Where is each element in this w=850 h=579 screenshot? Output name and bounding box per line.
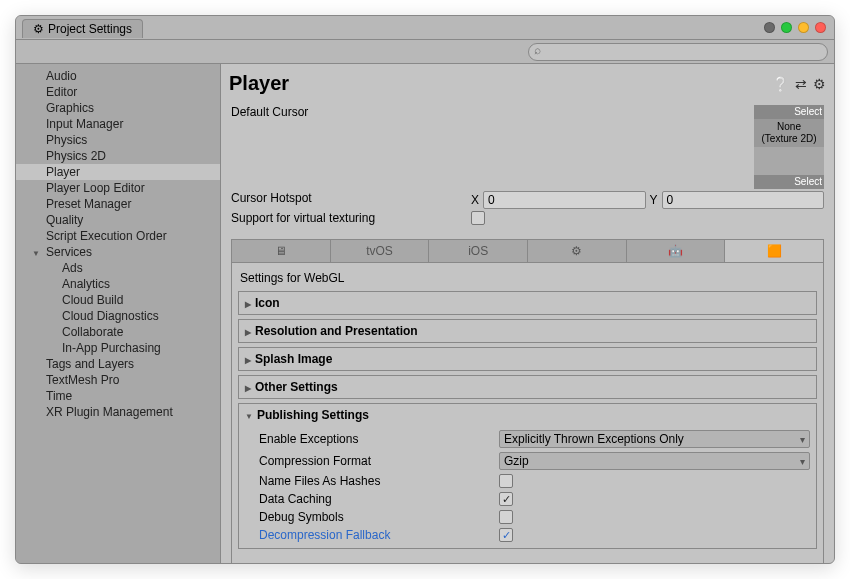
hotspot-x-label: X xyxy=(471,193,479,207)
platform-tab-tvos[interactable]: tvOS xyxy=(331,240,430,262)
searchbar xyxy=(16,40,834,64)
default-cursor-label: Default Cursor xyxy=(231,105,471,119)
panel-publishing: Publishing Settings Enable Exceptions Ex… xyxy=(238,403,817,549)
hotspot-y-label: Y xyxy=(650,193,658,207)
minimize-dot[interactable] xyxy=(798,22,809,33)
cursor-texture-area xyxy=(754,147,824,175)
virtual-texturing-checkbox[interactable] xyxy=(471,211,485,225)
sidebar-item-cloud-build[interactable]: Cloud Build xyxy=(16,292,220,308)
chevron-right-icon xyxy=(245,352,251,366)
maximize-dot[interactable] xyxy=(781,22,792,33)
platform-tabs: 🖥 tvOS iOS ⚙ 🤖 🟧 xyxy=(231,239,824,263)
sidebar-item-preset-manager[interactable]: Preset Manager xyxy=(16,196,220,212)
sidebar-item-quality[interactable]: Quality xyxy=(16,212,220,228)
sidebar-item-xr-plugin-management[interactable]: XR Plugin Management xyxy=(16,404,220,420)
cursor-select-bottom[interactable]: Select xyxy=(754,175,824,189)
misc-icon: ⚙ xyxy=(571,244,582,258)
hotspot-y-input[interactable] xyxy=(662,191,824,209)
sidebar-item-input-manager[interactable]: Input Manager xyxy=(16,116,220,132)
panel-other[interactable]: Other Settings xyxy=(238,375,817,399)
gear-icon: ⚙ xyxy=(33,22,44,36)
sidebar-item-time[interactable]: Time xyxy=(16,388,220,404)
data-caching-label: Data Caching xyxy=(259,492,499,506)
cursor-hotspot-label: Cursor Hotspot xyxy=(231,191,471,205)
virtual-texturing-label: Support for virtual texturing xyxy=(231,211,471,225)
data-caching-checkbox[interactable]: ✓ xyxy=(499,492,513,506)
name-files-as-hashes-label: Name Files As Hashes xyxy=(259,474,499,488)
chevron-right-icon xyxy=(245,380,251,394)
sidebar-item-physics[interactable]: Physics xyxy=(16,132,220,148)
platform-tab-standalone[interactable]: 🖥 xyxy=(232,240,331,262)
hotspot-x-input[interactable] xyxy=(483,191,645,209)
sidebar-item-player[interactable]: Player xyxy=(16,164,220,180)
help-icon[interactable]: ❔ xyxy=(772,76,789,92)
options-dot[interactable] xyxy=(764,22,775,33)
compression-format-label: Compression Format xyxy=(259,454,499,468)
sidebar-item-analytics[interactable]: Analytics xyxy=(16,276,220,292)
sidebar-item-services[interactable]: Services xyxy=(16,244,220,260)
platform-tab-misc[interactable]: ⚙ xyxy=(528,240,627,262)
enable-exceptions-dropdown[interactable]: Explicitly Thrown Exceptions Only xyxy=(499,430,810,448)
sidebar-item-physics-2d[interactable]: Physics 2D xyxy=(16,148,220,164)
cursor-select-top[interactable]: Select xyxy=(754,105,824,119)
name-files-as-hashes-checkbox[interactable] xyxy=(499,474,513,488)
sidebar-item-textmesh-pro[interactable]: TextMesh Pro xyxy=(16,372,220,388)
window-tab[interactable]: ⚙ Project Settings xyxy=(22,19,143,38)
platform-tab-ios[interactable]: iOS xyxy=(429,240,528,262)
html5-icon: 🟧 xyxy=(767,244,782,258)
chevron-down-icon xyxy=(245,408,253,422)
titlebar: ⚙ Project Settings xyxy=(16,16,834,40)
android-icon: 🤖 xyxy=(668,244,683,258)
main-panel: Player ❔ ⇄ ⚙ Default Cursor Select None(… xyxy=(221,64,834,563)
chevron-right-icon xyxy=(245,324,251,338)
gear-icon[interactable]: ⚙ xyxy=(813,76,826,92)
panel-icon[interactable]: Icon xyxy=(238,291,817,315)
monitor-icon: 🖥 xyxy=(275,244,287,258)
sidebar-item-collaborate[interactable]: Collaborate xyxy=(16,324,220,340)
compression-format-dropdown[interactable]: Gzip xyxy=(499,452,810,470)
project-settings-window: ⚙ Project Settings Audio Editor Graphics… xyxy=(15,15,835,564)
traffic-lights xyxy=(764,22,826,33)
debug-symbols-checkbox[interactable] xyxy=(499,510,513,524)
decompression-fallback-label: Decompression Fallback xyxy=(259,528,499,542)
sidebar-item-tags-and-layers[interactable]: Tags and Layers xyxy=(16,356,220,372)
sidebar-item-script-execution-order[interactable]: Script Execution Order xyxy=(16,228,220,244)
cursor-none-text: None(Texture 2D) xyxy=(754,119,824,147)
sidebar-item-audio[interactable]: Audio xyxy=(16,68,220,84)
decompression-fallback-checkbox[interactable]: ✓ xyxy=(499,528,513,542)
close-dot[interactable] xyxy=(815,22,826,33)
settings-for-label: Settings for WebGL xyxy=(238,267,817,291)
sidebar-item-editor[interactable]: Editor xyxy=(16,84,220,100)
sidebar-item-player-loop-editor[interactable]: Player Loop Editor xyxy=(16,180,220,196)
sidebar-item-ads[interactable]: Ads xyxy=(16,260,220,276)
search-input[interactable] xyxy=(528,43,828,61)
enable-exceptions-label: Enable Exceptions xyxy=(259,432,499,446)
panel-publishing-header[interactable]: Publishing Settings xyxy=(245,408,810,422)
window-title: Project Settings xyxy=(48,22,132,36)
presets-icon[interactable]: ⇄ xyxy=(795,76,807,92)
chevron-right-icon xyxy=(245,296,251,310)
debug-symbols-label: Debug Symbols xyxy=(259,510,499,524)
sidebar-item-in-app-purchasing[interactable]: In-App Purchasing xyxy=(16,340,220,356)
panel-resolution[interactable]: Resolution and Presentation xyxy=(238,319,817,343)
platform-tab-webgl[interactable]: 🟧 xyxy=(725,240,823,262)
default-cursor-picker[interactable]: Select None(Texture 2D) Select xyxy=(754,105,824,189)
page-title: Player xyxy=(229,72,289,95)
sidebar-item-graphics[interactable]: Graphics xyxy=(16,100,220,116)
sidebar-item-cloud-diagnostics[interactable]: Cloud Diagnostics xyxy=(16,308,220,324)
platform-tab-android[interactable]: 🤖 xyxy=(627,240,726,262)
panel-splash[interactable]: Splash Image xyxy=(238,347,817,371)
sidebar: Audio Editor Graphics Input Manager Phys… xyxy=(16,64,221,563)
